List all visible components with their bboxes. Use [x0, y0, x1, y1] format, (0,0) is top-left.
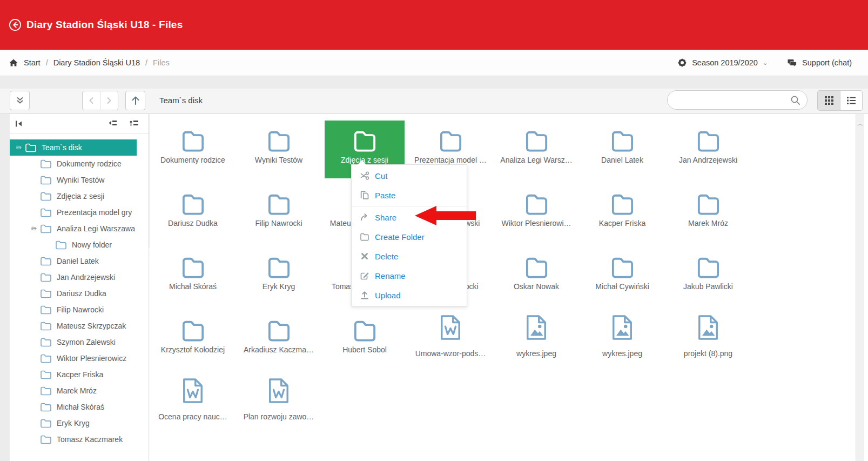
file-icon — [524, 124, 549, 152]
folder-icon — [40, 208, 52, 217]
file-tile[interactable]: Marek Mróz — [668, 184, 748, 242]
file-tile[interactable]: Kacper Friska — [582, 184, 662, 242]
search-icon[interactable] — [790, 95, 800, 105]
season-selector[interactable]: Season 2019/2020 ⌄ — [677, 58, 768, 68]
file-tile[interactable]: Michał Skóraś — [153, 247, 233, 305]
back-button[interactable] — [83, 91, 100, 110]
file-tile[interactable]: Wiktor Plesnierowi… — [496, 184, 576, 242]
file-icon — [352, 124, 378, 152]
tree-item[interactable]: Wiktor Plesnierowicz — [10, 350, 149, 366]
tree-item[interactable]: Daniel Latek — [10, 253, 149, 269]
breadcrumb-item-diary[interactable]: Diary Stadion Śląski U18 — [53, 58, 140, 67]
tree-item-label: Eryk Kryg — [57, 419, 90, 427]
file-tile[interactable]: Oskar Nowak — [496, 247, 576, 305]
file-tile[interactable]: projekt (8).png — [668, 310, 748, 368]
caret-down-icon[interactable] — [28, 226, 40, 231]
caret-down-icon[interactable] — [13, 145, 25, 150]
tree-item[interactable]: Zdjęcia z sesji — [10, 188, 149, 204]
file-tile[interactable]: wykres.jpeg — [496, 310, 576, 368]
expand-panel-button[interactable] — [10, 91, 30, 110]
menu-item-upload[interactable]: Upload — [352, 285, 467, 305]
chevron-left-icon — [89, 97, 94, 104]
tree-item[interactable]: Kacper Friska — [10, 366, 149, 383]
tree-item[interactable]: Jan Andrzejewski — [10, 269, 149, 285]
file-tile[interactable]: Dariusz Dudka — [153, 184, 233, 242]
gear-icon — [677, 58, 687, 68]
breadcrumb-separator: / — [46, 58, 48, 67]
menu-item-cut[interactable]: Cut — [352, 166, 467, 185]
file-tile[interactable]: Umowa-wzor-pods… — [411, 310, 490, 368]
tree-item[interactable]: Filip Nawrocki — [10, 302, 149, 318]
home-icon[interactable] — [9, 58, 18, 67]
expand-all-icon[interactable] — [130, 119, 139, 128]
back-icon[interactable] — [9, 18, 22, 31]
tree-item[interactable]: Prezentacja model gry — [10, 204, 149, 221]
page-title: Diary Stadion Śląski U18 - Files — [26, 19, 183, 31]
tree-item[interactable]: Dariusz Dudka — [10, 285, 149, 302]
tree-item[interactable]: Dokumenty rodzice — [10, 156, 149, 172]
scroll-up-icon[interactable]: ︿ — [857, 119, 864, 129]
tree-item-label: Wyniki Testów — [57, 176, 104, 184]
file-tile[interactable]: Krzysztof Kołodziej — [153, 310, 233, 368]
tree-item[interactable]: Michał Skóraś — [10, 399, 149, 415]
file-tile[interactable]: Ocena pracy nauc… — [153, 373, 233, 431]
file-tile[interactable]: Wyniki Testów — [239, 121, 319, 178]
folder-icon — [40, 159, 52, 169]
tree-item[interactable]: Eryk Kryg — [10, 415, 149, 431]
file-tile[interactable]: Dokumenty rodzice — [153, 121, 233, 178]
tree-item[interactable]: Tomasz Kaczmarek — [10, 431, 149, 447]
menu-item-delete[interactable]: Delete — [352, 246, 467, 266]
double-chevron-down-icon — [15, 96, 25, 105]
file-tile[interactable]: Jan Andrzejewski — [668, 121, 748, 178]
file-icon — [525, 313, 548, 342]
folder-icon — [40, 402, 52, 412]
menu-item-paste[interactable]: Paste — [352, 185, 467, 205]
tree-item-label: Prezentacja model gry — [57, 208, 132, 217]
file-label: Krzysztof Kołodziej — [161, 345, 225, 355]
menu-item-create-folder[interactable]: Create Folder — [352, 227, 467, 246]
forward-button[interactable] — [100, 91, 118, 110]
grid-view-button[interactable] — [818, 91, 840, 110]
menu-item-label: Paste — [375, 191, 395, 200]
file-tile[interactable]: Hubert Sobol — [325, 310, 405, 368]
tree-item-label: Marek Mróz — [57, 386, 97, 395]
files-panel: Dokumenty rodzice Wyniki Testów Zdjęcia … — [150, 114, 868, 461]
tree-item[interactable]: Team`s disk — [10, 139, 137, 156]
file-icon — [610, 250, 635, 278]
file-label: Michał Skóraś — [169, 282, 217, 291]
tree-item[interactable]: Marek Mróz — [10, 383, 149, 399]
tree-item[interactable]: Analiza Legi Warszawa — [10, 221, 149, 237]
list-view-button[interactable] — [840, 91, 862, 110]
collapse-all-icon[interactable] — [108, 119, 118, 128]
app-header: Diary Stadion Śląski U18 - Files — [0, 0, 868, 50]
file-tile[interactable]: Filip Nawrocki — [239, 184, 319, 242]
files-scrollbar[interactable]: ︿ — [856, 114, 864, 461]
tree-item[interactable]: Mateusz Skrzypczak — [10, 318, 149, 334]
file-label: Kacper Friska — [599, 218, 645, 228]
folder-icon — [40, 418, 52, 428]
menu-item-icon — [360, 212, 369, 222]
file-tile[interactable]: Plan rozwoju zawo… — [239, 373, 319, 431]
file-tile[interactable]: Eryk Kryg — [239, 247, 319, 305]
arrow-up-icon — [131, 96, 140, 105]
file-tile[interactable]: Michał Cywiński — [582, 247, 662, 305]
collapse-sidebar-icon[interactable] — [14, 119, 24, 129]
file-icon — [696, 250, 721, 278]
folder-tree-panel: Team`s disk Dokumenty rodzice — [10, 114, 149, 461]
tree-item-label: Nowy folder — [72, 240, 112, 249]
file-tile[interactable]: wykres.jpeg — [582, 310, 662, 368]
tree-item[interactable]: Szymon Zalewski — [10, 334, 149, 350]
file-label: Michał Cywiński — [595, 282, 649, 291]
up-level-button[interactable] — [125, 91, 145, 110]
file-tile[interactable]: Arkadiusz Kaczma… — [239, 310, 319, 368]
file-label: Umowa-wzor-pods… — [415, 349, 486, 358]
file-tile[interactable]: Jakub Pawlicki — [668, 247, 748, 305]
breadcrumb-item-start[interactable]: Start — [24, 58, 41, 67]
support-chat-link[interactable]: Support (chat) — [787, 58, 852, 68]
file-tile[interactable]: Analiza Legi Warsz… — [496, 121, 576, 178]
file-tile[interactable]: Daniel Latek — [582, 121, 662, 178]
menu-item-rename[interactable]: Rename — [352, 266, 467, 285]
tree-item[interactable]: Nowy folder — [10, 237, 149, 253]
search-input[interactable] — [676, 95, 790, 105]
tree-item[interactable]: Wyniki Testów — [10, 172, 149, 188]
